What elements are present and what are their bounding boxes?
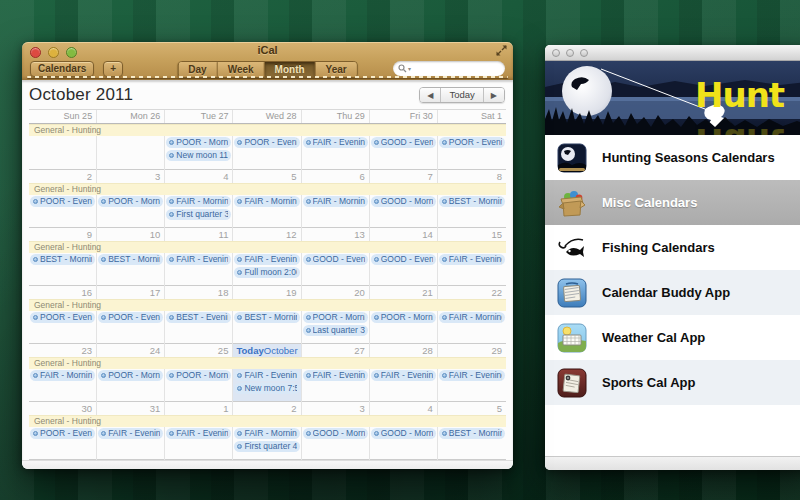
event-pill[interactable]: FAIR - Morning [303, 196, 368, 207]
event-pill[interactable]: BEST - Morning [439, 428, 505, 439]
list-item-sports-cal-app[interactable]: Sports Cal App [545, 360, 800, 405]
day-cell[interactable]: FAIR - Evening [438, 369, 506, 402]
day-cell[interactable]: FAIR - Morning [233, 195, 301, 228]
event-pill[interactable]: FAIR - Morning [166, 196, 231, 207]
day-cell[interactable]: POOR - Evening [29, 311, 97, 344]
view-tab-day[interactable]: Day [178, 62, 217, 77]
day-cell[interactable]: BEST - Evening [165, 311, 233, 344]
event-pill[interactable]: FAIR - Evening [439, 254, 505, 265]
event-pill[interactable]: GOOD - Evening [371, 137, 436, 148]
event-pill[interactable]: POOR - Morning [166, 370, 231, 381]
minimize-button[interactable] [48, 47, 59, 58]
event-pill[interactable]: FAIR - Evening [303, 370, 368, 381]
day-cell[interactable]: BEST - Morning [438, 195, 506, 228]
event-pill[interactable]: Last quarter 3:30am [303, 325, 368, 336]
close-button[interactable] [552, 49, 560, 57]
ical-titlebar[interactable]: iCal [22, 42, 513, 58]
zoom-button[interactable] [580, 49, 588, 57]
event-pill[interactable]: FAIR - Morning [234, 428, 299, 439]
view-tab-year[interactable]: Year [316, 62, 357, 77]
category-banner[interactable]: General - Hunting [29, 241, 506, 253]
event-pill[interactable]: POOR - Morning [371, 312, 436, 323]
day-cell[interactable]: FAIR - Evening [302, 369, 370, 402]
day-cell[interactable]: FAIR - Morning [438, 311, 506, 344]
day-cell[interactable]: POOR - Evening [97, 311, 165, 344]
event-pill[interactable]: GOOD - Morning [371, 428, 436, 439]
list-item-hunting-seasons-calendars[interactable]: Hunting Seasons Calendars [545, 135, 800, 180]
event-pill[interactable]: FAIR - Evening [303, 137, 368, 148]
today-button[interactable]: Today [441, 88, 483, 102]
day-cell[interactable] [29, 136, 97, 170]
event-pill[interactable]: First quarter 3:15am [166, 209, 231, 220]
event-pill[interactable]: FAIR - Morning [439, 312, 505, 323]
event-pill[interactable]: GOOD - Evening [371, 254, 436, 265]
event-pill[interactable]: POOR - Morning [98, 196, 163, 207]
event-pill[interactable]: POOR - Morning [166, 137, 231, 148]
day-cell[interactable]: FAIR - MorningFirst quarter 3:15am [165, 195, 233, 228]
event-pill[interactable]: BEST - Morning [439, 196, 505, 207]
category-banner[interactable]: General - Hunting [29, 415, 506, 427]
list-item-fishing-calendars[interactable]: Fishing Calendars [545, 225, 800, 270]
day-cell[interactable]: POOR - Morning [165, 369, 233, 402]
event-pill[interactable]: GOOD - Evening [303, 254, 368, 265]
day-cell[interactable]: GOOD - Morning [302, 427, 370, 460]
event-pill[interactable]: FAIR - Morning [234, 196, 299, 207]
event-pill[interactable]: New moon 11:09am [166, 150, 231, 161]
list-item-misc-calendars[interactable]: Misc Calendars [545, 180, 800, 225]
panel-titlebar[interactable] [545, 45, 800, 61]
search-input[interactable]: ▾ [393, 61, 505, 76]
event-pill[interactable]: BEST - Morning [30, 254, 95, 265]
event-pill[interactable]: FAIR - Evening [371, 370, 436, 381]
view-tab-week[interactable]: Week [218, 62, 265, 77]
category-banner[interactable]: General - Hunting [29, 183, 506, 195]
day-cell[interactable]: POOR - MorningNew moon 11:09am [165, 136, 233, 170]
day-cell[interactable]: POOR - Evening [29, 427, 97, 460]
view-tab-month[interactable]: Month [265, 62, 316, 77]
list-item-weather-cal-app[interactable]: Weather Cal App [545, 315, 800, 360]
event-pill[interactable]: FAIR - Evening [439, 370, 505, 381]
day-cell[interactable]: POOR - Evening [438, 136, 506, 170]
category-banner[interactable]: General - Hunting [29, 357, 506, 369]
day-cell[interactable]: POOR - Evening [233, 136, 301, 170]
event-pill[interactable]: POOR - Morning [98, 370, 163, 381]
day-cell[interactable]: GOOD - Evening [302, 253, 370, 286]
event-pill[interactable]: FAIR - Evening [98, 428, 163, 439]
minimize-button[interactable] [566, 49, 574, 57]
event-pill[interactable]: FAIR - Evening [166, 428, 231, 439]
day-cell[interactable] [97, 136, 165, 170]
day-cell[interactable]: FAIR - EveningFull moon 2:06am [233, 253, 301, 286]
day-cell[interactable]: FAIR - EveningNew moon 7:56pm [233, 369, 301, 402]
event-pill[interactable]: BEST - Morning [98, 254, 163, 265]
add-calendar-button[interactable]: + [103, 61, 123, 77]
event-pill[interactable]: FAIR - Evening [234, 370, 299, 381]
event-pill[interactable]: POOR - Evening [98, 312, 163, 323]
event-pill[interactable]: POOR - Evening [439, 137, 505, 148]
day-cell[interactable]: FAIR - Evening [302, 136, 370, 170]
event-pill[interactable]: FAIR - Evening [234, 254, 299, 265]
event-pill[interactable]: First quarter 4:38pm [234, 441, 299, 452]
day-cell[interactable]: FAIR - MorningFirst quarter 4:38pm [233, 427, 301, 460]
zoom-button[interactable] [66, 47, 77, 58]
day-cell[interactable]: BEST - Morning [233, 311, 301, 344]
fullscreen-icon[interactable] [496, 45, 507, 56]
day-cell[interactable]: BEST - Morning [29, 253, 97, 286]
event-pill[interactable]: FAIR - Evening [166, 254, 231, 265]
event-pill[interactable]: GOOD - Morning [303, 428, 368, 439]
event-pill[interactable]: POOR - Evening [30, 196, 95, 207]
day-cell[interactable]: FAIR - Evening [165, 427, 233, 460]
day-cell[interactable]: FAIR - Evening [438, 253, 506, 286]
day-cell[interactable]: FAIR - Evening [370, 369, 438, 402]
day-cell[interactable]: GOOD - Morning [370, 195, 438, 228]
next-month-button[interactable]: ▶ [484, 88, 504, 102]
day-cell[interactable]: POOR - Morning [97, 369, 165, 402]
day-cell[interactable]: FAIR - Evening [165, 253, 233, 286]
event-pill[interactable]: POOR - Evening [234, 137, 299, 148]
event-pill[interactable]: POOR - Evening [30, 312, 95, 323]
event-pill[interactable]: BEST - Morning [234, 312, 299, 323]
day-cell[interactable]: FAIR - Morning [302, 195, 370, 228]
event-pill[interactable]: POOR - Evening [30, 428, 95, 439]
day-cell[interactable]: GOOD - Evening [370, 253, 438, 286]
day-cell[interactable]: GOOD - Morning [370, 427, 438, 460]
day-cell[interactable]: GOOD - Evening [370, 136, 438, 170]
day-cell[interactable]: POOR - MorningLast quarter 3:30am [302, 311, 370, 344]
